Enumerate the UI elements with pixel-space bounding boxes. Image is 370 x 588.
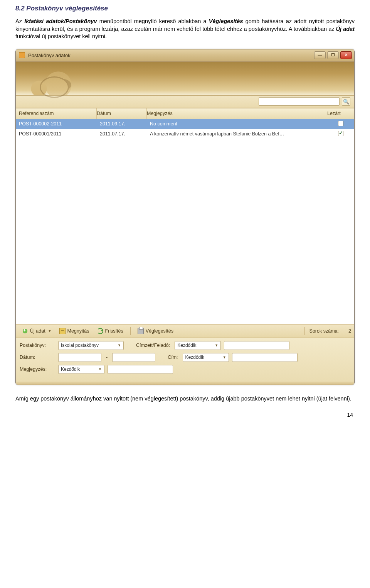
filter-row-date: Dátum: - Cím: Kezdődik ▼ (20, 353, 350, 362)
refresh-label: Frissítés (105, 328, 123, 334)
search-input[interactable] (259, 97, 340, 106)
cell-closed (327, 131, 354, 137)
search-bar: 🔍 (16, 96, 354, 108)
search-icon[interactable]: 🔍 (342, 97, 350, 106)
open-icon (59, 328, 66, 334)
postbook-value: Iskolai postakönyv (61, 343, 99, 348)
note-op-value: Kezdődik (61, 367, 80, 372)
maximize-button[interactable] (327, 51, 339, 59)
grid-body: POST-000002-20112011.09.17.No commentPOS… (16, 119, 354, 324)
window-titlebar: Postakönyv adatok — × (16, 49, 354, 62)
rowcount-value: 2 (341, 328, 351, 334)
window-controls: — × (314, 51, 352, 59)
refresh-button[interactable]: Frissítés (94, 327, 126, 335)
print-icon (138, 328, 144, 334)
chevron-down-icon[interactable]: ▼ (48, 329, 52, 333)
cell-date: 2011.07.17. (97, 131, 147, 137)
window-bottom-border (16, 382, 354, 385)
note-op-select[interactable]: Kezdődik ▼ (58, 365, 104, 374)
grid-toolbar: Új adat ▼ Megnyitás Frissítés Véglegesít… (16, 324, 354, 338)
close-button[interactable]: × (340, 51, 352, 59)
closed-checkbox[interactable] (338, 121, 343, 126)
newdata-term: Új adat (336, 26, 355, 32)
address-label: Cím: (168, 355, 178, 360)
filter-row-postbook: Postakönyv: Iskolai postakönyv ▼ Címzett… (20, 341, 350, 350)
col-header-note[interactable]: Megjegyzés (147, 108, 327, 119)
recipient-label: Címzett/Feladó: (136, 343, 170, 348)
note-label: Megjegyzés: (20, 367, 55, 372)
cell-ref: POST-000001/2011 (16, 131, 97, 137)
filter-row-note: Megjegyzés: Kezdődik ▼ (20, 365, 350, 374)
toolbar-separator (130, 327, 131, 335)
col-header-closed[interactable]: Lezárt (327, 108, 354, 119)
filter-panel: Postakönyv: Iskolai postakönyv ▼ Címzett… (16, 338, 354, 382)
cell-note: A konzervatív német vasárnapi lapban Ste… (147, 131, 327, 137)
section-heading: 8.2 Postakönyv véglegesítése (15, 5, 355, 12)
menu-path: Iktatási adatok/Postakönyv (24, 18, 97, 24)
chevron-down-icon: ▼ (118, 343, 121, 347)
col-header-date[interactable]: Dátum (97, 108, 147, 119)
note-input[interactable] (108, 365, 173, 374)
window-title: Postakönyv adatok (28, 52, 314, 58)
chevron-down-icon: ▼ (223, 355, 226, 359)
rowcount-label: Sorok száma: (309, 328, 339, 334)
cell-note: No comment (147, 121, 327, 127)
col-header-ref[interactable]: Referenciaszám (16, 108, 97, 119)
plus-icon (22, 328, 28, 334)
finalize-label: Véglegesítés (146, 328, 173, 334)
chevron-down-icon: ▼ (215, 343, 218, 347)
date-separator: - (106, 355, 108, 360)
postbook-select[interactable]: Iskolai postakönyv ▼ (58, 341, 124, 350)
table-row[interactable]: POST-000001/20112011.07.17.A konzervatív… (16, 129, 354, 139)
refresh-icon (97, 328, 103, 334)
text: funkcióval új postakönyvet kell nyitni. (15, 33, 107, 39)
date-from-input[interactable] (58, 353, 101, 362)
table-row[interactable]: POST-000002-20112011.09.17.No comment (16, 119, 354, 129)
cell-closed (327, 121, 354, 127)
open-button[interactable]: Megnyitás (56, 327, 92, 335)
minimize-button[interactable]: — (314, 51, 326, 59)
cell-ref: POST-000002-2011 (16, 121, 97, 127)
new-button[interactable]: Új adat ▼ (19, 327, 55, 335)
recipient-input[interactable] (224, 341, 289, 350)
finalize-button[interactable]: Véglegesítés (135, 327, 177, 335)
intro-paragraph: Az Iktatási adatok/Postakönyv menüpontbó… (15, 18, 355, 41)
postbook-grid: Referenciaszám Dátum Megjegyzés Lezárt P… (16, 108, 354, 324)
finalize-term: Véglegesítés (209, 18, 243, 24)
text: Az (15, 18, 24, 24)
address-op-select[interactable]: Kezdődik ▼ (183, 353, 229, 362)
date-to-input[interactable] (112, 353, 155, 362)
open-label: Megnyitás (67, 328, 89, 334)
postbook-label: Postakönyv: (20, 343, 55, 348)
new-label: Új adat (30, 328, 45, 334)
toolbar-separator (304, 327, 305, 335)
app-icon (19, 52, 25, 58)
address-op-value: Kezdődik (185, 355, 204, 360)
closed-checkbox[interactable] (338, 131, 343, 136)
postbook-window: Postakönyv adatok — × 🔍 Referenciaszám D… (15, 49, 355, 385)
grid-header: Referenciaszám Dátum Megjegyzés Lezárt (16, 108, 354, 119)
address-input[interactable] (232, 353, 298, 362)
cell-date: 2011.09.17. (97, 121, 147, 127)
recipient-op-select[interactable]: Kezdődik ▼ (175, 341, 221, 350)
text: menüpontból megnyíló kereső ablakban a (97, 18, 209, 24)
decorative-header (16, 62, 354, 96)
closing-paragraph: Amíg egy postakönyv állományhoz van nyit… (15, 395, 355, 403)
page-number: 14 (15, 412, 355, 418)
chevron-down-icon: ▼ (98, 367, 102, 371)
toolbar-right: Sorok száma: 2 (302, 327, 351, 335)
recipient-op-value: Kezdődik (177, 343, 196, 348)
date-label: Dátum: (20, 355, 55, 360)
